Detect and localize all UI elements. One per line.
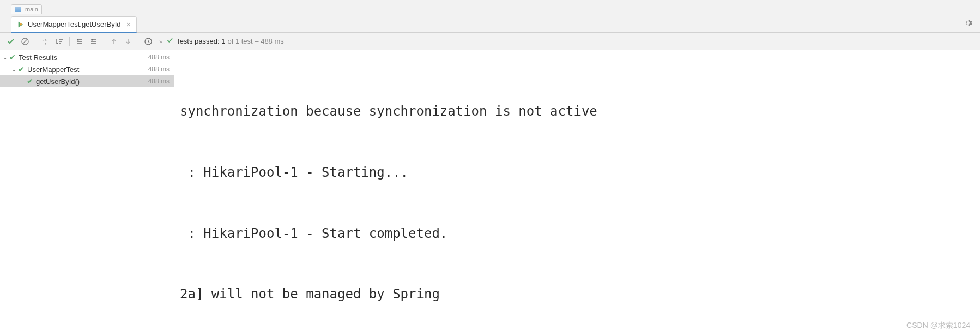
status-passed: Tests passed: 1 — [176, 37, 225, 45]
watermark: CSDN @求索1024 — [906, 320, 970, 332]
svg-text:↓: ↓ — [42, 38, 44, 41]
collapse-all-icon[interactable] — [87, 35, 100, 48]
test-status-text: Tests passed: 1 of 1 test – 488 ms — [166, 37, 284, 46]
console-output[interactable]: synchronization because synchronization … — [174, 50, 980, 335]
tree-label: UserMapperTest — [27, 65, 148, 74]
chevron-down-icon[interactable]: ⌄ — [1, 55, 9, 61]
tree-root[interactable]: ⌄ ✔ Test Results 488 ms — [0, 51, 174, 63]
editor-tab-label: main — [25, 6, 38, 13]
chevron-down-icon[interactable]: ⌄ — [10, 67, 17, 73]
expand-all-icon[interactable] — [73, 35, 86, 48]
console-line: synchronization because synchronization … — [180, 101, 975, 122]
tree-method[interactable]: ✔ getUserById() 488 ms — [0, 75, 174, 87]
folder-icon — [15, 7, 21, 12]
tree-class[interactable]: ⌄ ✔ UserMapperTest 488 ms — [0, 63, 174, 75]
console-line: : HikariPool-1 - Start completed. — [180, 224, 975, 244]
toolbar-divider — [35, 37, 35, 46]
tree-label: Test Results — [19, 53, 148, 62]
run-tab-active[interactable]: UserMapperTest.getUserById × — [11, 16, 137, 33]
run-tab-title: UserMapperTest.getUserById — [28, 20, 121, 28]
console-line: : HikariPool-1 - Starting... — [180, 163, 975, 183]
editor-tab-main[interactable]: main — [11, 4, 42, 14]
toolbar-divider — [69, 37, 70, 46]
sort-alpha-icon[interactable]: ↓az — [39, 35, 52, 48]
toolbar-divider — [138, 37, 138, 46]
next-failed-icon[interactable] — [122, 35, 135, 48]
main-area: ⌄ ✔ Test Results 488 ms ⌄ ✔ UserMapperTe… — [0, 50, 980, 335]
close-icon[interactable]: × — [126, 21, 131, 28]
history-icon[interactable] — [142, 35, 155, 48]
chevron-right-icon[interactable]: » — [159, 38, 162, 45]
check-icon: ✔ — [26, 77, 34, 86]
run-config-icon — [17, 21, 25, 28]
check-icon: ✔ — [9, 53, 16, 62]
tree-time: 488 ms — [148, 65, 170, 73]
svg-text:z: z — [45, 42, 46, 45]
svg-text:a: a — [45, 38, 47, 41]
test-tree[interactable]: ⌄ ✔ Test Results 488 ms ⌄ ✔ UserMapperTe… — [0, 50, 174, 335]
tree-label: getUserById() — [36, 77, 148, 86]
show-passed-icon[interactable] — [4, 35, 17, 48]
console-line: 2a] will not be managed by Spring — [180, 284, 975, 304]
toolbar-divider — [104, 37, 104, 46]
tree-time: 488 ms — [148, 77, 170, 85]
show-ignored-icon[interactable] — [19, 35, 32, 48]
run-tabs-row: UserMapperTest.getUserById × — [0, 15, 980, 33]
gear-icon[interactable] — [965, 19, 973, 29]
tree-time: 488 ms — [148, 53, 170, 61]
test-toolbar: ↓az » Tests passed: 1 of 1 test – 488 ms — [0, 33, 980, 50]
check-icon: ✔ — [17, 65, 25, 74]
check-icon — [166, 37, 174, 46]
status-total: of 1 test – 488 ms — [227, 37, 283, 45]
editor-tabs-row: main — [0, 0, 980, 15]
prev-failed-icon[interactable] — [107, 35, 120, 48]
svg-line-3 — [23, 39, 27, 44]
sort-duration-icon[interactable] — [53, 35, 66, 48]
